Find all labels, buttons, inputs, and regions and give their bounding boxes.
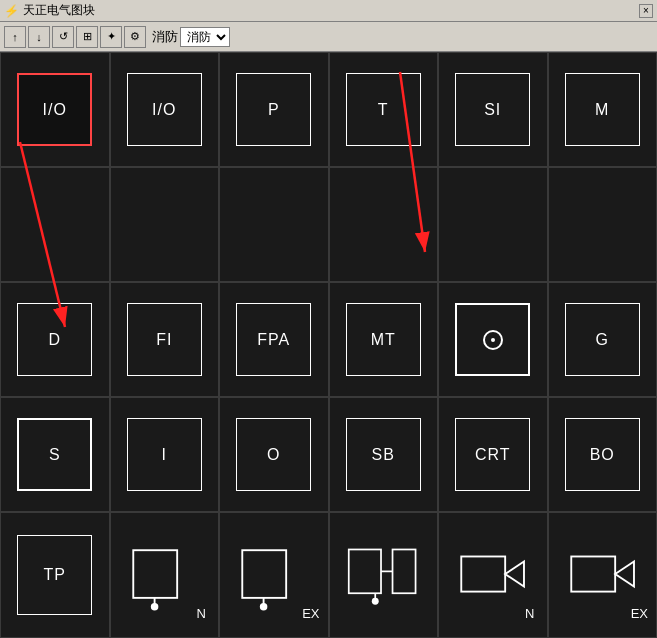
cell-label-r3c5 [455, 303, 530, 376]
svg-point-14 [372, 597, 379, 604]
svg-point-9 [260, 603, 268, 611]
svg-rect-15 [461, 556, 505, 591]
cell-label-r3c4: MT [346, 303, 421, 376]
up-arrow-button[interactable]: ↑ [4, 26, 26, 48]
n-label-2: N [525, 606, 534, 621]
switch-ex-icon [236, 535, 311, 616]
cell-label-r3c1: D [17, 303, 92, 376]
cell-label-r4c4: SB [346, 418, 421, 491]
cell-label-r3c3: FPA [236, 303, 311, 376]
cell-label-r4c2: I [127, 418, 202, 491]
cell-r2c5[interactable] [438, 167, 548, 282]
cell-label-r1c4: T [346, 73, 421, 146]
close-button[interactable]: × [639, 4, 653, 18]
cell-r4c6[interactable]: BO [548, 397, 658, 512]
cell-r3c4[interactable]: MT [329, 282, 439, 397]
cell-r4c5[interactable]: CRT [438, 397, 548, 512]
cell-label-r4c3: O [236, 418, 311, 491]
cell-label-r1c1: I/O [17, 73, 92, 146]
dropdown-label: 消防 [152, 28, 178, 46]
cell-r5c1[interactable]: TP [0, 512, 110, 638]
n-label-1: N [197, 606, 206, 621]
cell-r1c4[interactable]: T [329, 52, 439, 167]
settings-button[interactable]: ⚙ [124, 26, 146, 48]
cell-r1c2[interactable]: I/O [110, 52, 220, 167]
cell-r4c2[interactable]: I [110, 397, 220, 512]
svg-rect-12 [392, 549, 415, 593]
cell-label-r4c5: CRT [455, 418, 530, 491]
cell-r5c2[interactable]: N [110, 512, 220, 638]
cell-label-r3c2: FI [127, 303, 202, 376]
cell-r2c3[interactable] [219, 167, 329, 282]
svg-marker-18 [615, 561, 634, 586]
title-bar: ⚡ 天正电气图块 × [0, 0, 657, 22]
svg-marker-16 [505, 561, 524, 586]
cell-label-r4c6: BO [565, 418, 640, 491]
svg-rect-10 [349, 549, 381, 593]
window-title: 天正电气图块 [23, 2, 95, 19]
cell-r4c4[interactable]: SB [329, 397, 439, 512]
cell-r4c3[interactable]: O [219, 397, 329, 512]
dropdown-container: 消防 消防 [148, 27, 230, 47]
ex-label-1: EX [302, 606, 319, 621]
cell-r3c1[interactable]: D [0, 282, 110, 397]
toolbar: ↑ ↓ ↺ ⊞ ✦ ⚙ 消防 消防 [0, 22, 657, 52]
svg-rect-7 [242, 550, 286, 598]
svg-rect-17 [571, 556, 615, 591]
grid-button[interactable]: ⊞ [76, 26, 98, 48]
cell-r2c6[interactable] [548, 167, 658, 282]
cell-r3c3[interactable]: FPA [219, 282, 329, 397]
cell-r1c5[interactable]: SI [438, 52, 548, 167]
cell-r3c6[interactable]: G [548, 282, 658, 397]
cell-r3c5[interactable] [438, 282, 548, 397]
cell-label-r1c5: SI [455, 73, 530, 146]
arrow-n-icon [455, 535, 530, 616]
svg-rect-4 [133, 550, 177, 598]
cell-r2c4[interactable] [329, 167, 439, 282]
cell-r5c3[interactable]: EX [219, 512, 329, 638]
circle-symbol [483, 330, 503, 350]
cell-r1c1[interactable]: I/O [0, 52, 110, 167]
cell-r3c2[interactable]: FI [110, 282, 220, 397]
title-bar-left: ⚡ 天正电气图块 [4, 2, 95, 19]
star-button[interactable]: ✦ [100, 26, 122, 48]
cell-r5c6[interactable]: EX [548, 512, 658, 638]
down-arrow-button[interactable]: ↓ [28, 26, 50, 48]
cell-label-r1c3: P [236, 73, 311, 146]
refresh-button[interactable]: ↺ [52, 26, 74, 48]
cell-r2c2[interactable] [110, 167, 220, 282]
box-switch-icon [343, 532, 424, 619]
category-dropdown[interactable]: 消防 [180, 27, 230, 47]
cell-label-r1c6: M [565, 73, 640, 146]
switch-n-icon [127, 535, 202, 616]
cell-label-tp: TP [17, 535, 92, 616]
main-area: I/O I/O P T SI M D FI FPA [0, 52, 657, 638]
cell-r2c1[interactable] [0, 167, 110, 282]
cell-r1c3[interactable]: P [219, 52, 329, 167]
ex-label-2: EX [631, 606, 648, 621]
cell-label-r4c1: S [17, 418, 92, 491]
cell-r5c5[interactable]: N [438, 512, 548, 638]
cell-r1c6[interactable]: M [548, 52, 658, 167]
cell-label-r1c2: I/O [127, 73, 202, 146]
svg-point-6 [150, 603, 158, 611]
app-icon: ⚡ [4, 4, 19, 18]
cell-r5c4[interactable] [329, 512, 439, 638]
cell-label-r3c6: G [565, 303, 640, 376]
cell-r4c1[interactable]: S [0, 397, 110, 512]
arrow-ex-icon [565, 535, 640, 616]
